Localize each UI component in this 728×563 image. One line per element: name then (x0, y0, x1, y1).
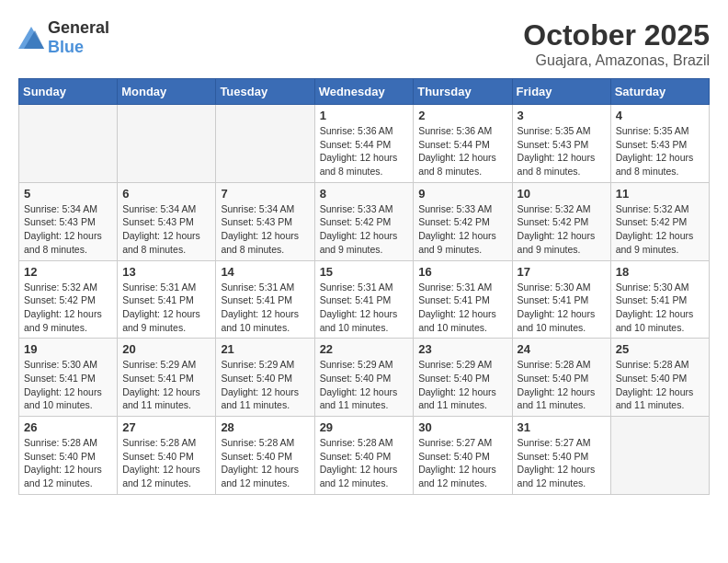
day-info: Sunrise: 5:33 AM Sunset: 5:42 PM Dayligh… (320, 202, 409, 257)
calendar-cell: 9Sunrise: 5:33 AM Sunset: 5:42 PM Daylig… (414, 182, 512, 260)
calendar-cell: 22Sunrise: 5:29 AM Sunset: 5:40 PM Dayli… (314, 339, 414, 417)
day-number: 8 (320, 187, 409, 201)
calendar-cell: 7Sunrise: 5:34 AM Sunset: 5:43 PM Daylig… (216, 182, 314, 260)
day-number: 6 (122, 187, 210, 201)
calendar-cell (610, 417, 709, 495)
calendar-cell: 28Sunrise: 5:28 AM Sunset: 5:40 PM Dayli… (216, 417, 314, 495)
calendar-cell: 25Sunrise: 5:28 AM Sunset: 5:40 PM Dayli… (610, 339, 709, 417)
day-number: 13 (122, 265, 210, 279)
weekday-header: Tuesday (216, 79, 314, 105)
day-number: 28 (221, 420, 309, 434)
calendar-cell: 15Sunrise: 5:31 AM Sunset: 5:41 PM Dayli… (314, 260, 414, 339)
day-number: 26 (24, 420, 112, 434)
day-info: Sunrise: 5:34 AM Sunset: 5:43 PM Dayligh… (221, 202, 309, 257)
day-number: 16 (418, 265, 506, 279)
calendar-cell: 23Sunrise: 5:29 AM Sunset: 5:40 PM Dayli… (414, 339, 512, 417)
page-header: General Blue October 2025 Guajara, Amazo… (18, 18, 710, 69)
day-number: 10 (518, 187, 606, 201)
month-title: October 2025 (523, 18, 710, 52)
calendar-cell: 6Sunrise: 5:34 AM Sunset: 5:43 PM Daylig… (118, 182, 216, 260)
day-info: Sunrise: 5:28 AM Sunset: 5:40 PM Dayligh… (24, 436, 112, 490)
calendar-table: SundayMondayTuesdayWednesdayThursdayFrid… (18, 78, 710, 495)
calendar-week-row: 19Sunrise: 5:30 AM Sunset: 5:41 PM Dayli… (19, 339, 710, 417)
day-info: Sunrise: 5:34 AM Sunset: 5:43 PM Dayligh… (24, 202, 112, 257)
calendar-week-row: 12Sunrise: 5:32 AM Sunset: 5:42 PM Dayli… (19, 260, 710, 339)
weekday-header: Monday (118, 79, 216, 105)
day-number: 15 (320, 265, 409, 279)
day-info: Sunrise: 5:28 AM Sunset: 5:40 PM Dayligh… (122, 436, 210, 490)
day-number: 25 (616, 342, 704, 356)
calendar-cell: 14Sunrise: 5:31 AM Sunset: 5:41 PM Dayli… (216, 260, 314, 339)
day-number: 12 (24, 265, 112, 279)
calendar-cell: 5Sunrise: 5:34 AM Sunset: 5:43 PM Daylig… (19, 182, 118, 260)
day-info: Sunrise: 5:27 AM Sunset: 5:40 PM Dayligh… (418, 436, 506, 490)
day-info: Sunrise: 5:33 AM Sunset: 5:42 PM Dayligh… (418, 202, 506, 257)
day-info: Sunrise: 5:31 AM Sunset: 5:41 PM Dayligh… (320, 281, 409, 335)
calendar-cell: 27Sunrise: 5:28 AM Sunset: 5:40 PM Dayli… (118, 417, 216, 495)
logo-general-text: General (48, 18, 109, 37)
day-number: 7 (221, 187, 309, 201)
day-info: Sunrise: 5:28 AM Sunset: 5:40 PM Dayligh… (518, 358, 606, 412)
weekday-header: Sunday (19, 79, 118, 105)
calendar-cell: 10Sunrise: 5:32 AM Sunset: 5:42 PM Dayli… (512, 182, 610, 260)
day-number: 1 (320, 109, 409, 122)
day-info: Sunrise: 5:29 AM Sunset: 5:40 PM Dayligh… (221, 358, 309, 412)
calendar-cell: 29Sunrise: 5:28 AM Sunset: 5:40 PM Dayli… (314, 417, 414, 495)
weekday-header: Thursday (414, 79, 512, 105)
day-number: 19 (24, 342, 112, 356)
calendar-cell: 13Sunrise: 5:31 AM Sunset: 5:41 PM Dayli… (118, 260, 216, 339)
calendar-cell: 4Sunrise: 5:35 AM Sunset: 5:43 PM Daylig… (610, 105, 709, 183)
weekday-header: Wednesday (314, 79, 414, 105)
calendar-week-row: 26Sunrise: 5:28 AM Sunset: 5:40 PM Dayli… (19, 417, 710, 495)
weekday-header: Saturday (610, 79, 709, 105)
day-info: Sunrise: 5:31 AM Sunset: 5:41 PM Dayligh… (122, 281, 210, 335)
title-area: October 2025 Guajara, Amazonas, Brazil (523, 18, 710, 69)
weekday-header: Friday (512, 79, 610, 105)
day-number: 18 (616, 265, 704, 279)
calendar-cell: 8Sunrise: 5:33 AM Sunset: 5:42 PM Daylig… (314, 182, 414, 260)
day-number: 5 (24, 187, 112, 201)
calendar-cell: 18Sunrise: 5:30 AM Sunset: 5:41 PM Dayli… (610, 260, 709, 339)
day-number: 20 (122, 342, 210, 356)
day-number: 17 (518, 265, 606, 279)
day-info: Sunrise: 5:32 AM Sunset: 5:42 PM Dayligh… (24, 281, 112, 335)
day-info: Sunrise: 5:28 AM Sunset: 5:40 PM Dayligh… (221, 436, 309, 490)
calendar-cell: 2Sunrise: 5:36 AM Sunset: 5:44 PM Daylig… (414, 105, 512, 183)
calendar-cell (118, 105, 216, 183)
day-info: Sunrise: 5:32 AM Sunset: 5:42 PM Dayligh… (518, 202, 606, 257)
calendar-cell (216, 105, 314, 183)
calendar-cell: 3Sunrise: 5:35 AM Sunset: 5:43 PM Daylig… (512, 105, 610, 183)
weekday-header-row: SundayMondayTuesdayWednesdayThursdayFrid… (19, 79, 710, 105)
day-info: Sunrise: 5:28 AM Sunset: 5:40 PM Dayligh… (320, 436, 409, 490)
day-number: 3 (518, 109, 606, 122)
day-info: Sunrise: 5:29 AM Sunset: 5:40 PM Dayligh… (418, 358, 506, 412)
day-info: Sunrise: 5:29 AM Sunset: 5:40 PM Dayligh… (320, 358, 409, 412)
calendar-cell: 1Sunrise: 5:36 AM Sunset: 5:44 PM Daylig… (314, 105, 414, 183)
day-info: Sunrise: 5:30 AM Sunset: 5:41 PM Dayligh… (24, 358, 112, 412)
day-info: Sunrise: 5:35 AM Sunset: 5:43 PM Dayligh… (616, 124, 704, 178)
calendar-cell: 30Sunrise: 5:27 AM Sunset: 5:40 PM Dayli… (414, 417, 512, 495)
calendar-cell (19, 105, 118, 183)
day-info: Sunrise: 5:27 AM Sunset: 5:40 PM Dayligh… (518, 436, 606, 490)
day-info: Sunrise: 5:36 AM Sunset: 5:44 PM Dayligh… (418, 124, 506, 178)
day-number: 29 (320, 420, 409, 434)
day-info: Sunrise: 5:35 AM Sunset: 5:43 PM Dayligh… (518, 124, 606, 178)
calendar-cell: 24Sunrise: 5:28 AM Sunset: 5:40 PM Dayli… (512, 339, 610, 417)
calendar-cell: 26Sunrise: 5:28 AM Sunset: 5:40 PM Dayli… (19, 417, 118, 495)
calendar-cell: 31Sunrise: 5:27 AM Sunset: 5:40 PM Dayli… (512, 417, 610, 495)
day-info: Sunrise: 5:32 AM Sunset: 5:42 PM Dayligh… (616, 202, 704, 257)
calendar-week-row: 1Sunrise: 5:36 AM Sunset: 5:44 PM Daylig… (19, 105, 710, 183)
day-info: Sunrise: 5:30 AM Sunset: 5:41 PM Dayligh… (518, 281, 606, 335)
location-title: Guajara, Amazonas, Brazil (523, 52, 710, 69)
logo-icon (18, 27, 44, 49)
day-number: 30 (418, 420, 506, 434)
day-info: Sunrise: 5:30 AM Sunset: 5:41 PM Dayligh… (616, 281, 704, 335)
logo-blue-text: Blue (48, 38, 84, 56)
day-number: 27 (122, 420, 210, 434)
day-info: Sunrise: 5:31 AM Sunset: 5:41 PM Dayligh… (221, 281, 309, 335)
calendar-cell: 21Sunrise: 5:29 AM Sunset: 5:40 PM Dayli… (216, 339, 314, 417)
day-number: 14 (221, 265, 309, 279)
day-number: 31 (518, 420, 606, 434)
logo: General Blue (18, 18, 109, 57)
day-number: 4 (616, 109, 704, 122)
